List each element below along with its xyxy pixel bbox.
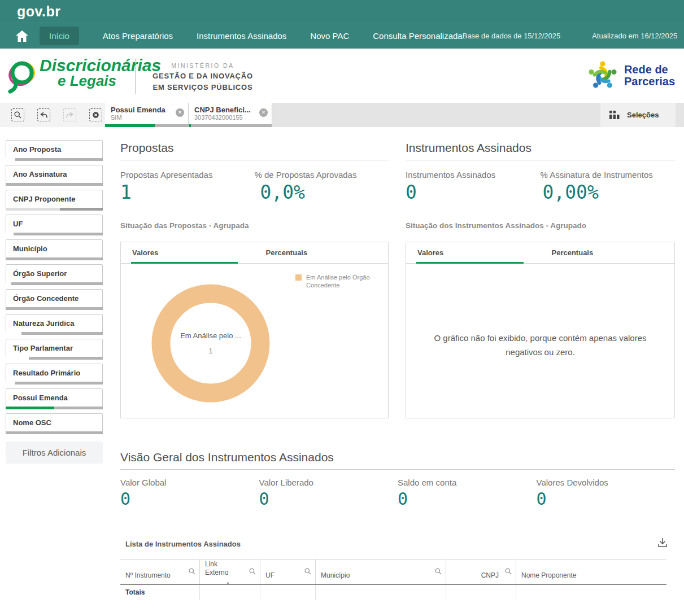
table-cell [516,585,666,600]
sidebar-filter-item[interactable]: Nome OSC [6,413,103,434]
column-search-icon[interactable] [505,568,512,576]
instrumentos-section: Instrumentos Assinados Instrumentos Assi… [406,141,675,203]
filter-label: Tipo Parlamentar [6,339,102,352]
kpi-value: 0 [398,489,537,509]
chart-legend[interactable]: Em Análise pelo Órgão Concedente [295,273,380,290]
column-label: UF [265,571,288,580]
kpi-propostas-apresentadas: Propostas Apresentadas 1 [120,170,255,203]
home-icon [16,30,28,42]
sidebar-filter-item[interactable]: Órgão Concedente [6,289,103,310]
selection-chip[interactable]: CNPJ Benefici... 30370432000155 ✕ [189,103,272,127]
column-header-link-externo[interactable]: Link Externo ▲ [199,560,260,584]
chip-state-bar [105,124,188,127]
column-label: Nº Instrumento [125,571,184,580]
column-search-icon[interactable] [249,568,256,576]
filter-state-bar [6,307,103,310]
sidebar-filter-item[interactable]: Órgão Superior [6,264,103,285]
additional-filters-button[interactable]: Filtros Adicionais [6,442,103,464]
column-header-municipio[interactable]: Município [315,560,446,584]
table-cell [446,585,516,600]
selections-bar: Possui Emenda SIM ✕ CNPJ Benefici... 303… [0,103,684,127]
selection-chip-list: Possui Emenda SIM ✕ CNPJ Benefici... 303… [105,103,272,127]
filter-label: Nome OSC [6,414,102,427]
app-logo-line2: e Legais [58,74,161,88]
app-logo-text: Discricionárias e Legais [40,58,161,88]
nav-item-inicio[interactable]: Início [40,27,79,45]
rede-parcerias-star-icon [586,59,620,93]
divider [120,160,389,160]
base-date-label: Base de dados de 15/12/2025 [463,32,560,40]
column-label: Link Externo [205,560,234,577]
smart-search-button[interactable] [11,108,24,121]
rede-parcerias-line2: Parcerias [624,76,675,88]
kpi-label: % de Propostas Aprovadas [255,170,389,180]
propostas-kpi-row: Propostas Apresentadas 1 % de Propostas … [120,170,389,203]
selections-grid-icon [609,111,620,120]
column-header-cnpj[interactable]: CNPJ [446,560,516,584]
column-label: Município [321,571,363,580]
sidebar-filter-item[interactable]: CNPJ Proponente [6,190,103,211]
rede-parcerias-line1: Rede de [624,64,675,76]
divider [120,469,675,470]
branding-band: Discricionárias e Legais MINISTÉRIO DA G… [0,49,684,103]
rede-parcerias-logo: Rede de Parcerias [586,59,675,93]
visao-geral-kpi-row: Valor Global 0 Valor Liberado 0 Saldo em… [120,478,675,509]
sidebar-filter-list: Ano Proposta Ano Assinatura CNPJ Propone… [6,140,103,438]
tab-valores[interactable]: Valores [406,242,541,263]
sidebar-filter-item[interactable]: Tipo Parlamentar [6,339,103,360]
sidebar-filter-item[interactable]: Resultado Primário [6,364,103,385]
download-button[interactable] [657,537,670,551]
ministry-block: MINISTÉRIO DA GESTÃO E DA INOVAÇÃO EM SE… [150,62,255,91]
nav-item-novo-pac[interactable]: Novo PAC [310,31,349,41]
main-nav: Início Atos Preparatórios Instrumentos A… [0,23,684,49]
legend-entry: Em Análise pelo Órgão Concedente [306,273,378,290]
instrumentos-kpi-row: Instrumentos Assinados 0 % Assinatura de… [406,170,675,203]
undo-selection-button[interactable] [37,108,50,121]
sidebar-filter-item[interactable]: Possui Emenda [6,388,103,409]
selections-panel-button[interactable]: Seleções [600,103,676,127]
redo-selection-button[interactable] [63,108,76,121]
kpi-label: Valor Liberado [259,478,398,487]
nav-item-instrumentos-assinados[interactable]: Instrumentos Assinados [197,31,286,41]
column-search-icon[interactable] [189,568,195,576]
ministry-line2: GESTÃO E DA INOVAÇÃO [150,72,255,80]
sidebar-filter-item[interactable]: Ano Assinatura [6,165,103,186]
tab-percentuais[interactable]: Percentuais [541,242,675,263]
filter-state-bar [6,233,103,235]
chart-right-subtitle: Situação dos Instrumentos Assinados - Ag… [406,221,586,230]
tab-percentuais[interactable]: Percentuais [255,242,389,263]
column-header-uf[interactable]: UF [260,560,315,584]
kpi-value: 0 [406,181,541,203]
selection-chip[interactable]: Possui Emenda SIM ✕ [105,103,189,127]
download-icon [657,537,668,548]
nav-item-atos-preparatorios[interactable]: Atos Preparatórios [103,31,173,41]
app-logo-line1: Discricionárias [40,58,161,74]
column-header-n-instrumento[interactable]: Nº Instrumento [120,560,199,584]
rede-parcerias-text: Rede de Parcerias [624,64,675,88]
kpi-pct-propostas-aprovadas: % de Propostas Aprovadas 0,0% [255,170,389,203]
clear-selections-button[interactable] [89,108,102,121]
sidebar-filter-item[interactable]: Município [6,239,103,260]
column-header-nome-proponente[interactable]: Nome Proponente [516,560,666,584]
donut-chart[interactable]: Em Análise pelo ... 1 [151,284,270,403]
kpi-value: 1 [120,181,255,203]
kpi-value: 0 [120,489,259,509]
kpi-value: 0 [537,489,676,509]
instrumentos-table: Nº Instrumento Link Externo ▲ UF [120,559,666,600]
chip-close-icon[interactable]: ✕ [259,108,268,117]
legend-swatch [295,274,302,281]
chip-selected-value: SIM [105,114,188,121]
tab-valores[interactable]: Valores [121,242,255,263]
top-bar: gov.br [0,0,684,23]
home-button[interactable] [16,29,28,43]
chip-close-icon[interactable]: ✕ [176,108,184,117]
sidebar-filter-item[interactable]: UF [6,215,103,235]
column-search-icon[interactable] [435,568,442,576]
column-search-icon[interactable] [304,568,311,576]
filter-label: UF [6,215,102,228]
nav-item-consulta-personalizada[interactable]: Consulta Personalizada [373,31,462,41]
column-label: Nome Proponente [521,571,590,580]
sidebar-filter-item[interactable]: Ano Proposta [6,140,103,161]
sidebar-filter-item[interactable]: Natureza Jurídica [6,314,103,335]
table-cell [315,585,446,600]
